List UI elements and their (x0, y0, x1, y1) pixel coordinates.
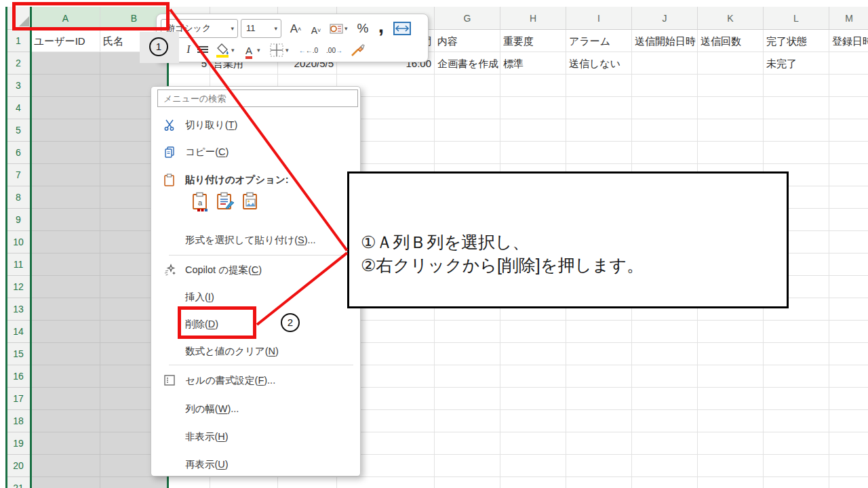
cell-M19[interactable] (829, 432, 868, 455)
cell-J21[interactable] (632, 477, 698, 488)
cell-M6[interactable] (829, 142, 868, 164)
row-header-10[interactable]: 10 (5, 231, 31, 253)
cell-K14[interactable] (698, 321, 764, 343)
cell-G20[interactable] (435, 455, 500, 477)
cell-J6[interactable] (632, 142, 698, 164)
menu-item-unhide[interactable]: 再表示(U) (151, 451, 360, 478)
menu-item-paste-special[interactable]: 形式を選択して貼り付け(S)... (151, 226, 360, 253)
cell-L16[interactable] (764, 365, 829, 388)
cell-M10[interactable] (829, 231, 868, 253)
row-header-18[interactable]: 18 (5, 410, 31, 432)
cell-A11[interactable] (31, 253, 100, 276)
cell-I16[interactable] (566, 365, 632, 388)
column-header-G[interactable]: G (435, 7, 500, 30)
cell-M18[interactable] (829, 410, 868, 432)
cell-H3[interactable] (500, 75, 566, 97)
comma-style-button[interactable]: , (375, 14, 387, 37)
cell-K20[interactable] (698, 455, 764, 477)
cell-L21[interactable] (764, 477, 829, 488)
cell-M12[interactable] (829, 276, 868, 298)
cell-J15[interactable] (632, 343, 698, 365)
column-header-I[interactable]: I (566, 7, 632, 30)
cell-J2[interactable] (632, 52, 698, 75)
menu-item-copilot[interactable]: Copilot の提案(C) (151, 256, 360, 283)
shrink-font-button[interactable]: A˅ (307, 22, 325, 39)
cell-M11[interactable] (829, 253, 868, 276)
cell-A4[interactable] (31, 97, 100, 119)
cell-M20[interactable] (829, 455, 868, 477)
cell-H15[interactable] (500, 343, 566, 365)
cell-I17[interactable] (566, 388, 632, 410)
cell-K2[interactable] (698, 52, 764, 75)
cell-H19[interactable] (500, 432, 566, 455)
column-header-H[interactable]: H (500, 7, 566, 30)
cell-A12[interactable] (31, 276, 100, 298)
cell-F21[interactable] (337, 477, 435, 488)
cell-B21[interactable] (100, 477, 168, 488)
row-header-15[interactable]: 15 (5, 343, 31, 365)
cell-M5[interactable] (829, 119, 868, 142)
chevron-down-icon[interactable]: ▾ (285, 47, 289, 54)
cell-L14[interactable] (764, 321, 829, 343)
format-painter-button[interactable] (349, 41, 367, 59)
cell-A16[interactable] (31, 365, 100, 388)
cell-G19[interactable] (435, 432, 500, 455)
cell-G2[interactable]: 企画書を作成 (435, 52, 500, 75)
menu-search-input[interactable] (157, 89, 358, 107)
cell-G6[interactable] (435, 142, 500, 164)
row-header-14[interactable]: 14 (5, 321, 31, 343)
column-header-J[interactable]: J (632, 7, 698, 30)
merge-center-button[interactable] (393, 21, 412, 36)
cell-J19[interactable] (632, 432, 698, 455)
cell-J14[interactable] (632, 321, 698, 343)
row-header-8[interactable]: 8 (5, 186, 31, 209)
row-header-9[interactable]: 9 (5, 209, 31, 231)
cell-K6[interactable] (698, 142, 764, 164)
cell-I6[interactable] (566, 142, 632, 164)
menu-item-hide[interactable]: 非表示(H) (151, 423, 360, 450)
cell-H5[interactable] (500, 119, 566, 142)
chevron-down-icon[interactable]: ▾ (257, 47, 260, 54)
cell-M9[interactable] (829, 209, 868, 231)
cell-L15[interactable] (764, 343, 829, 365)
cell-G15[interactable] (435, 343, 500, 365)
cell-H14[interactable] (500, 321, 566, 343)
row-header-16[interactable]: 16 (5, 365, 31, 388)
cell-M15[interactable] (829, 343, 868, 365)
cell-G5[interactable] (435, 119, 500, 142)
cell-H17[interactable] (500, 388, 566, 410)
cell-H4[interactable] (500, 97, 566, 119)
cell-L20[interactable] (764, 455, 829, 477)
cell-J1[interactable]: 送信開始日時 (632, 30, 698, 52)
cell-L1[interactable]: 完了状態 (764, 30, 829, 52)
fill-color-button[interactable] (215, 43, 230, 58)
cell-J16[interactable] (632, 365, 698, 388)
font-size-dropdown[interactable]: 11 ▾ (241, 19, 281, 38)
column-header-K[interactable]: K (698, 7, 764, 30)
cell-A13[interactable] (31, 298, 100, 321)
cell-H21[interactable] (500, 477, 566, 488)
row-header-13[interactable]: 13 (5, 298, 31, 321)
cell-A9[interactable] (31, 209, 100, 231)
row-header-5[interactable]: 5 (5, 119, 31, 142)
cell-J3[interactable] (632, 75, 698, 97)
cell-K15[interactable] (698, 343, 764, 365)
paste-picture-button[interactable] (242, 192, 260, 220)
cell-I21[interactable] (566, 477, 632, 488)
cell-A20[interactable] (31, 455, 100, 477)
cell-J18[interactable] (632, 410, 698, 432)
cell-J20[interactable] (632, 455, 698, 477)
cell-A3[interactable] (31, 75, 100, 97)
cell-H6[interactable] (500, 142, 566, 164)
menu-item-clear-contents[interactable]: 数式と値のクリア(N) (151, 338, 360, 365)
menu-item-copy[interactable]: コピー(C) (151, 138, 360, 165)
cell-K19[interactable] (698, 432, 764, 455)
row-header-4[interactable]: 4 (5, 97, 31, 119)
row-header-1[interactable]: 1 (5, 30, 31, 52)
row-header-17[interactable]: 17 (5, 388, 31, 410)
cell-M14[interactable] (829, 321, 868, 343)
cell-K21[interactable] (698, 477, 764, 488)
cell-M8[interactable] (829, 186, 868, 209)
cell-I2[interactable]: 送信しない (566, 52, 632, 75)
row-header-3[interactable]: 3 (5, 75, 31, 97)
